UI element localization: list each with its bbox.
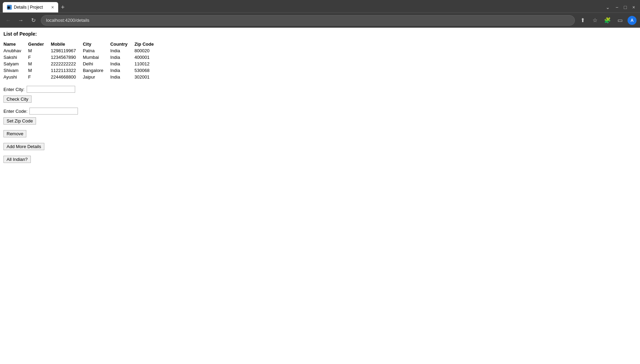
- table-cell: Satyam: [3, 61, 28, 67]
- back-button[interactable]: ←: [3, 16, 13, 25]
- table-cell: India: [110, 47, 134, 54]
- table-row: SatyamM2222222222DelhiIndia110012: [3, 61, 161, 67]
- table-cell: 530068: [134, 67, 161, 74]
- table-cell: India: [110, 54, 134, 61]
- table-cell: Delhi: [83, 61, 110, 67]
- code-form-row: Enter Code:: [3, 108, 637, 115]
- page-content: List of People: Name Gender Mobile City …: [0, 28, 640, 171]
- address-bar[interactable]: localhost:4200/details: [41, 15, 575, 26]
- table-cell: M: [28, 67, 51, 74]
- city-input[interactable]: [27, 86, 75, 93]
- remove-button[interactable]: Remove: [3, 130, 26, 137]
- table-cell: India: [110, 74, 134, 80]
- table-cell: Sakshi: [3, 54, 28, 61]
- code-form-section: Enter Code: Set Zip Code: [3, 108, 637, 125]
- table-cell: 2222222222: [51, 61, 83, 67]
- table-cell: India: [110, 67, 134, 74]
- new-tab-button[interactable]: +: [58, 2, 68, 12]
- col-header-country: Country: [110, 41, 134, 47]
- city-label: Enter City:: [3, 87, 25, 92]
- window-controls: ⌄ − □ ×: [604, 4, 637, 11]
- table-cell: 110012: [134, 61, 161, 67]
- table-cell: Bangalore: [83, 67, 110, 74]
- forward-button[interactable]: →: [16, 16, 26, 25]
- table-cell: 400001: [134, 54, 161, 61]
- table-row: AnubhavM1298119967PatnaIndia800020: [3, 47, 161, 54]
- close-window-button[interactable]: ×: [630, 4, 637, 11]
- tab-dropdown-button[interactable]: ⌄: [604, 4, 612, 11]
- table-cell: India: [110, 61, 134, 67]
- table-cell: F: [28, 74, 51, 80]
- add-more-section: Add More Details: [3, 142, 637, 150]
- minimize-button[interactable]: −: [613, 4, 620, 11]
- table-body: AnubhavM1298119967PatnaIndia800020Sakshi…: [3, 47, 161, 80]
- table-row: AyushiF2244668800JaipurIndia302001: [3, 74, 161, 80]
- page-title: List of People:: [3, 31, 637, 37]
- profile-avatar[interactable]: A: [628, 16, 637, 25]
- tab-favicon-icon: ◉: [7, 5, 12, 10]
- check-city-button[interactable]: Check City: [3, 95, 32, 103]
- browser-toolbar: ← → ↻ localhost:4200/details ⬆ ☆ 🧩 ▭ A: [0, 12, 640, 28]
- browser-chrome: ◉ Details | Project × + ⌄ − □ × ← → ↻ lo…: [0, 0, 640, 28]
- people-table: Name Gender Mobile City Country Zip Code…: [3, 41, 161, 80]
- share-button[interactable]: ⬆: [578, 16, 587, 25]
- table-cell: 302001: [134, 74, 161, 80]
- city-form-section: Enter City: Check City: [3, 86, 637, 103]
- all-indian-button[interactable]: All Indian?: [3, 156, 31, 163]
- table-row: SakshiF1234567890MumbaiIndia400001: [3, 54, 161, 61]
- address-text: localhost:4200/details: [46, 18, 89, 23]
- tab-close-icon[interactable]: ×: [51, 5, 54, 10]
- table-cell: 2244668800: [51, 74, 83, 80]
- table-cell: F: [28, 54, 51, 61]
- table-cell: 800020: [134, 47, 161, 54]
- remove-section: Remove: [3, 129, 637, 137]
- col-header-mobile: Mobile: [51, 41, 83, 47]
- table-cell: 1298119967: [51, 47, 83, 54]
- toolbar-actions: ⬆ ☆ 🧩 ▭ A: [578, 16, 637, 25]
- table-cell: 1234567890: [51, 54, 83, 61]
- col-header-zipcode: Zip Code: [134, 41, 161, 47]
- table-cell: Shivam: [3, 67, 28, 74]
- col-header-name: Name: [3, 41, 28, 47]
- bookmark-button[interactable]: ☆: [590, 16, 600, 25]
- table-cell: 1122113322: [51, 67, 83, 74]
- table-cell: M: [28, 61, 51, 67]
- set-zip-code-button[interactable]: Set Zip Code: [3, 117, 36, 125]
- table-cell: Jaipur: [83, 74, 110, 80]
- reload-button[interactable]: ↻: [28, 16, 38, 25]
- code-input[interactable]: [29, 108, 78, 115]
- table-cell: M: [28, 47, 51, 54]
- add-more-details-button[interactable]: Add More Details: [3, 143, 44, 150]
- table-header-row: Name Gender Mobile City Country Zip Code: [3, 41, 161, 47]
- restore-button[interactable]: □: [622, 4, 629, 11]
- table-cell: Patna: [83, 47, 110, 54]
- city-form-row: Enter City:: [3, 86, 637, 93]
- col-header-city: City: [83, 41, 110, 47]
- table-cell: Anubhav: [3, 47, 28, 54]
- code-label: Enter Code:: [3, 109, 27, 114]
- tab-title: Details | Project: [14, 5, 49, 10]
- table-cell: Mumbai: [83, 54, 110, 61]
- extensions-button[interactable]: 🧩: [603, 16, 612, 25]
- active-tab[interactable]: ◉ Details | Project ×: [3, 2, 58, 12]
- tab-bar: ◉ Details | Project × + ⌄ − □ ×: [0, 0, 640, 12]
- col-header-gender: Gender: [28, 41, 51, 47]
- table-row: ShivamM1122113322BangaloreIndia530068: [3, 67, 161, 74]
- sidebar-button[interactable]: ▭: [615, 16, 625, 25]
- table-cell: Ayushi: [3, 74, 28, 80]
- all-indian-section: All Indian?: [3, 155, 637, 163]
